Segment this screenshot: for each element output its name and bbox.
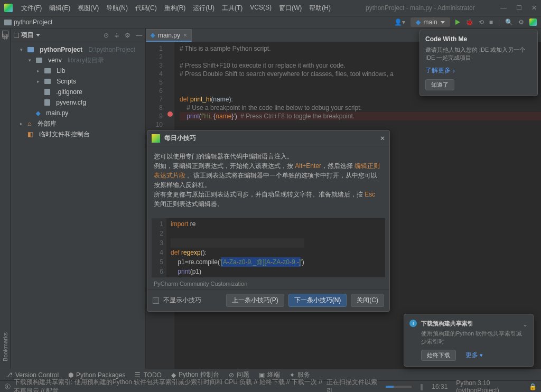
tree-label: 临时文件和控制台 bbox=[39, 130, 90, 139]
close-window-icon[interactable]: ✕ bbox=[531, 4, 537, 12]
dont-show-tips-checkbox[interactable] bbox=[153, 297, 159, 304]
project-tree[interactable]: ▾ pythonProject D:\pythonProject ▾ venv … bbox=[11, 42, 145, 142]
settings-icon[interactable]: ⚙ bbox=[518, 18, 524, 26]
project-panel-title: 项目 bbox=[21, 31, 34, 40]
tip-paragraph-3: 所有变更都与原始正则表达式同步，并自动呈现转义字符。准备就绪后，按 Esc 关闭… bbox=[154, 190, 383, 209]
cwme-title: Code With Me bbox=[425, 35, 532, 43]
menu-help[interactable]: 帮助(H) bbox=[306, 2, 334, 14]
project-tool-icon[interactable] bbox=[2, 31, 8, 37]
tree-scripts[interactable]: ▸ Scripts bbox=[11, 76, 145, 87]
python-file-icon: ◆ bbox=[36, 110, 40, 117]
menu-vcs[interactable]: VCS(S) bbox=[247, 2, 275, 14]
search-everywhere-icon[interactable]: 🔍 bbox=[505, 18, 513, 26]
stop-icon[interactable]: ■ bbox=[489, 18, 493, 26]
expand-all-icon[interactable]: ≑ bbox=[114, 32, 119, 39]
tree-label: 外部库 bbox=[38, 119, 57, 128]
close-tips-button[interactable]: 关闭(C) bbox=[351, 294, 384, 307]
python-icon: ◆ bbox=[416, 18, 421, 26]
tree-label: Lib bbox=[57, 67, 65, 74]
cwme-learn-more-link[interactable]: 了解更多› bbox=[425, 66, 532, 75]
code-with-me-icon[interactable]: 👤▾ bbox=[394, 18, 405, 26]
hide-panel-icon[interactable]: — bbox=[136, 32, 142, 39]
status-message[interactable]: 下载预构建共享索引: 使用预构建的Python 软件包共享索引减少索引时间和 C… bbox=[14, 378, 327, 393]
run-coverage-icon[interactable]: ⟲ bbox=[479, 18, 484, 26]
tree-note: library根目录 bbox=[68, 56, 104, 65]
tree-venv[interactable]: ▾ venv library根目录 bbox=[11, 55, 145, 66]
main-menu[interactable]: 文件(F) 编辑(E) 视图(V) 导航(N) 代码(C) 重构(R) 运行(U… bbox=[18, 2, 334, 14]
tree-root-path: D:\pythonProject bbox=[88, 46, 135, 53]
toolbox-icon[interactable] bbox=[529, 18, 537, 26]
tree-external-libs[interactable]: ▸⌂ 外部库 bbox=[11, 118, 145, 129]
tree-pyvenv[interactable]: pyvenv.cfg bbox=[11, 97, 145, 108]
progress-bar bbox=[386, 386, 412, 388]
chevron-down-icon[interactable] bbox=[36, 34, 40, 36]
menu-window[interactable]: 窗口(W) bbox=[276, 2, 305, 14]
tree-root-label: pythonProject bbox=[40, 46, 82, 53]
more-link[interactable]: 更多 ▾ bbox=[465, 351, 483, 360]
next-tip-button[interactable]: 下一条小技巧(N) bbox=[288, 294, 347, 307]
folder-icon bbox=[27, 47, 34, 52]
menu-file[interactable]: 文件(F) bbox=[18, 2, 45, 14]
caret-position[interactable]: 16:31 bbox=[432, 383, 447, 390]
previous-tip-button[interactable]: 上一条小技巧(P) bbox=[226, 294, 284, 307]
tip-paragraph-2: 例如，要编辑正则表达式，开始输入该表达式，按 Alt+Enter，然后选择 编辑… bbox=[154, 161, 383, 190]
maximize-icon[interactable]: ☐ bbox=[516, 4, 522, 12]
tip-paragraph-1: 您可以使用专门的编辑器在代码中编辑语言注入。 bbox=[154, 152, 383, 161]
tree-label: .gitignore bbox=[56, 88, 82, 96]
file-icon bbox=[44, 99, 50, 106]
tree-gitignore[interactable]: .gitignore bbox=[11, 87, 145, 97]
menu-view[interactable]: 视图(V) bbox=[74, 2, 102, 14]
info-icon: i bbox=[409, 320, 417, 327]
lock-icon[interactable]: 🔒 bbox=[529, 383, 537, 390]
menu-edit[interactable]: 编辑(E) bbox=[46, 2, 73, 14]
scratch-icon: ◧ bbox=[27, 130, 33, 138]
interpreter-label[interactable]: Python 3.10 (pythonProject) bbox=[456, 379, 520, 393]
notify-title: 下载预构建共享索引 bbox=[421, 320, 473, 328]
menu-tools[interactable]: 工具(T) bbox=[219, 2, 246, 14]
file-icon bbox=[44, 89, 50, 95]
python-file-icon: ◆ bbox=[151, 32, 155, 39]
tree-root[interactable]: ▾ pythonProject D:\pythonProject bbox=[11, 44, 145, 55]
breadcrumb-project[interactable]: pythonProject bbox=[14, 18, 52, 26]
bookmarks-tool-button[interactable]: Bookmarks bbox=[2, 332, 8, 361]
tip-source-note: PyCharm Community Customization bbox=[147, 278, 389, 289]
cwme-got-it-button[interactable]: 知道了 bbox=[425, 79, 454, 90]
chevron-right-icon: › bbox=[453, 67, 455, 74]
run-config-selector[interactable]: ◆ main bbox=[411, 17, 450, 27]
run-config-name: main bbox=[424, 18, 437, 26]
indexing-status: 正在扫描文件以索引... bbox=[327, 378, 378, 393]
menu-refactor[interactable]: 重构(R) bbox=[161, 2, 189, 14]
library-icon: ⌂ bbox=[27, 120, 31, 127]
tab-label: main.py bbox=[158, 32, 180, 39]
menu-nav[interactable]: 导航(N) bbox=[103, 2, 131, 14]
close-dialog-icon[interactable]: ✕ bbox=[380, 135, 385, 142]
tip-code-example: 123456 import re def regexp(): p1=re.com… bbox=[152, 218, 385, 277]
gear-icon[interactable]: ⚙ bbox=[125, 32, 130, 39]
select-opened-file-icon[interactable]: ⊙ bbox=[104, 32, 109, 39]
tree-label: Scripts bbox=[57, 78, 76, 85]
chevron-down-icon bbox=[441, 21, 445, 24]
tip-of-the-day-dialog: 每日小技巧 ✕ 您可以使用专门的编辑器在代码中编辑语言注入。 例如，要编辑正则表… bbox=[147, 130, 390, 312]
link-label: 了解更多 bbox=[425, 66, 451, 75]
always-download-button[interactable]: 始终下载 bbox=[421, 350, 456, 361]
chevron-down-icon[interactable]: ⌄ bbox=[523, 321, 528, 328]
status-notification-icon[interactable]: 🛈 bbox=[4, 383, 11, 390]
tree-mainpy[interactable]: ◆ main.py bbox=[11, 108, 145, 118]
breakpoint-icon[interactable] bbox=[167, 111, 173, 117]
close-tab-icon[interactable]: × bbox=[183, 32, 187, 39]
menu-run[interactable]: 运行(U) bbox=[190, 2, 218, 14]
tree-lib[interactable]: ▸ Lib bbox=[11, 66, 145, 76]
code-with-me-popup: Code With Me 邀请其他人加入您的 IDE 或加入另一个 IDE 一起… bbox=[419, 30, 538, 96]
folder-icon bbox=[44, 79, 51, 84]
tree-scratch[interactable]: ◧ 临时文件和控制台 bbox=[11, 129, 145, 139]
editor-tab-main[interactable]: ◆ main.py × bbox=[146, 29, 192, 42]
tips-title: 每日小技巧 bbox=[164, 134, 380, 143]
pause-indexing-icon[interactable]: ‖ bbox=[420, 383, 423, 390]
tree-label: pyvenv.cfg bbox=[56, 99, 86, 106]
minimize-icon[interactable]: — bbox=[500, 4, 507, 12]
run-icon[interactable] bbox=[455, 20, 460, 25]
debug-icon[interactable]: 🐞 bbox=[465, 18, 473, 26]
menu-code[interactable]: 代码(C) bbox=[132, 2, 160, 14]
download-index-notification: i 下载预构建共享索引 ⌄ 使用预构建的Python 软件包共享索引减少索引时 … bbox=[404, 314, 534, 367]
project-view-icon bbox=[14, 33, 19, 38]
